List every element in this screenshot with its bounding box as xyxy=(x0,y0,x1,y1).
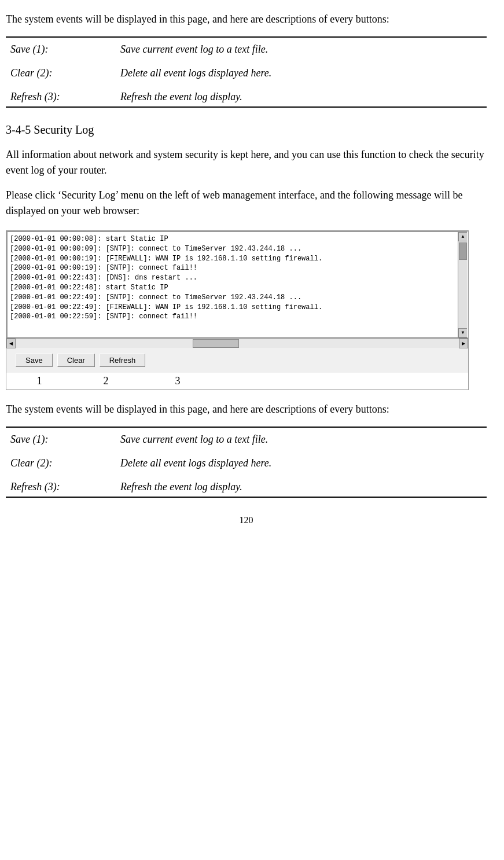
log-display-area: [2000-01-01 00:00:08]: start Static IP[2… xyxy=(6,231,468,338)
vertical-scrollbar[interactable]: ▲ ▼ xyxy=(458,232,467,337)
intro-text-top: The system events will be displayed in t… xyxy=(6,12,487,27)
scroll-up-button[interactable]: ▲ xyxy=(458,232,468,241)
log-line: [2000-01-01 00:00:19]: [SNTP]: connect f… xyxy=(10,263,455,273)
intro-text-bottom: The system events will be displayed in t… xyxy=(6,402,487,417)
log-line: [2000-01-01 00:00:09]: [SNTP]: connect t… xyxy=(10,244,455,254)
scroll-track xyxy=(458,241,467,328)
table-row: Save (1): Save current event log to a te… xyxy=(6,427,487,451)
btn-label-refresh-bottom: Refresh (3): xyxy=(6,475,116,497)
number-3: 3 xyxy=(149,375,207,387)
h-scroll-track xyxy=(16,339,459,348)
number-1: 1 xyxy=(16,375,63,387)
btn-desc-clear-top: Delete all event logs displayed here. xyxy=(116,61,487,85)
section-body-1: All information about network and system… xyxy=(6,147,487,178)
scroll-thumb[interactable] xyxy=(459,242,467,260)
scroll-down-button[interactable]: ▼ xyxy=(458,328,468,337)
security-log-screenshot: [2000-01-01 00:00:08]: start Static IP[2… xyxy=(6,230,469,390)
log-lines-container: [2000-01-01 00:00:08]: start Static IP[2… xyxy=(10,234,455,322)
table-row: Clear (2): Delete all event logs display… xyxy=(6,451,487,475)
section-body-2: Please click ‘Security Log’ menu on the … xyxy=(6,188,487,219)
table-row: Save (1): Save current event log to a te… xyxy=(6,37,487,61)
button-table-bottom: Save (1): Save current event log to a te… xyxy=(6,427,487,498)
btn-label-refresh-top: Refresh (3): xyxy=(6,85,116,107)
page-content: The system events will be displayed in t… xyxy=(6,12,487,525)
btn-desc-refresh-top: Refresh the event log display. xyxy=(116,85,487,107)
log-line: [2000-01-01 00:22:49]: [FIREWALL]: WAN I… xyxy=(10,303,455,313)
table-row: Clear (2): Delete all event logs display… xyxy=(6,61,487,85)
h-scroll-right-button[interactable]: ▶ xyxy=(459,339,468,348)
h-scroll-left-button[interactable]: ◀ xyxy=(6,339,16,348)
log-line: [2000-01-01 00:22:59]: [SNTP]: connect f… xyxy=(10,312,455,322)
h-scroll-thumb[interactable] xyxy=(193,339,239,348)
btn-label-save-bottom: Save (1): xyxy=(6,427,116,451)
btn-label-save-top: Save (1): xyxy=(6,37,116,61)
horizontal-scrollbar[interactable]: ◀ ▶ xyxy=(6,338,468,348)
screenshot-buttons-row: Save Clear Refresh xyxy=(6,348,468,373)
number-2: 2 xyxy=(63,375,149,387)
btn-label-clear-top: Clear (2): xyxy=(6,61,116,85)
page-number: 120 xyxy=(6,509,487,525)
refresh-button[interactable]: Refresh xyxy=(100,354,146,367)
btn-desc-save-top: Save current event log to a text file. xyxy=(116,37,487,61)
log-line: [2000-01-01 00:00:19]: [FIREWALL]: WAN I… xyxy=(10,254,455,264)
btn-label-clear-bottom: Clear (2): xyxy=(6,451,116,475)
log-text-area[interactable]: [2000-01-01 00:00:08]: start Static IP[2… xyxy=(6,231,468,338)
btn-desc-refresh-bottom: Refresh the event log display. xyxy=(116,475,487,497)
table-row: Refresh (3): Refresh the event log displ… xyxy=(6,475,487,497)
clear-button[interactable]: Clear xyxy=(57,354,95,367)
log-line: [2000-01-01 00:22:49]: [SNTP]: connect t… xyxy=(10,293,455,303)
button-table-top: Save (1): Save current event log to a te… xyxy=(6,36,487,108)
log-line: [2000-01-01 00:22:48]: start Static IP xyxy=(10,283,455,293)
log-line: [2000-01-01 00:22:43]: [DNS]: dns restar… xyxy=(10,273,455,283)
btn-desc-save-bottom: Save current event log to a text file. xyxy=(116,427,487,451)
btn-desc-clear-bottom: Delete all event logs displayed here. xyxy=(116,451,487,475)
button-numbering-row: 1 2 3 xyxy=(6,373,468,389)
table-row: Refresh (3): Refresh the event log displ… xyxy=(6,85,487,107)
log-line: [2000-01-01 00:00:08]: start Static IP xyxy=(10,234,455,244)
save-button[interactable]: Save xyxy=(16,354,53,367)
section-heading: 3-4-5 Security Log xyxy=(6,122,487,138)
